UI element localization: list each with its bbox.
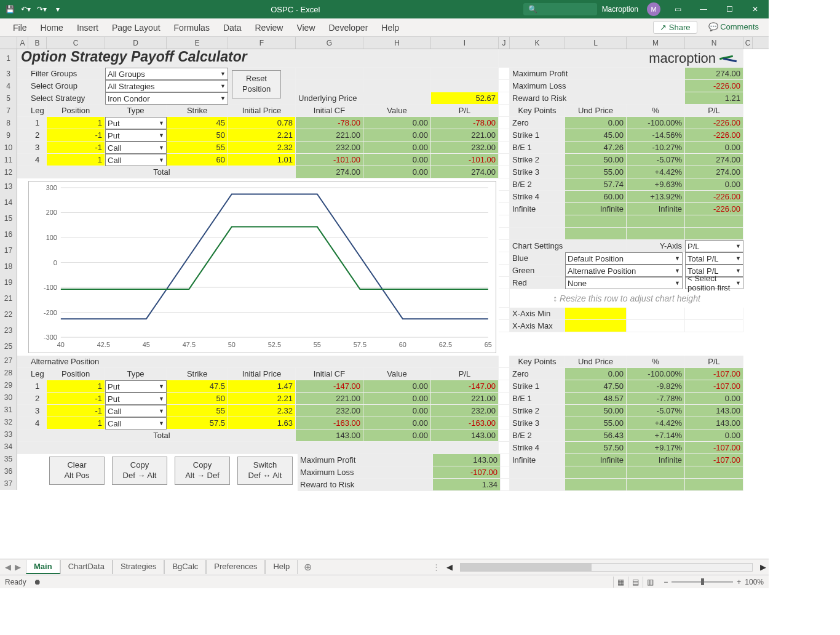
zoom-slider[interactable] bbox=[672, 581, 733, 583]
undo-icon[interactable]: ↶▾ bbox=[21, 4, 31, 14]
ribbon-tab-page-layout[interactable]: Page Layout bbox=[105, 19, 167, 36]
new-sheet-button[interactable]: ⊕ bbox=[298, 561, 318, 573]
leg-strike[interactable]: 50 bbox=[167, 393, 228, 405]
red-y-dd[interactable]: < Select position first▼ bbox=[685, 277, 743, 289]
horizontal-scrollbar[interactable] bbox=[460, 563, 753, 572]
leg-strike[interactable]: 60 bbox=[167, 154, 228, 166]
leg-type-dd[interactable]: Put▼ bbox=[105, 393, 167, 405]
row-12[interactable]: 12 bbox=[0, 166, 17, 178]
leg-type-dd[interactable]: Put▼ bbox=[105, 129, 167, 142]
col-F[interactable]: F bbox=[228, 37, 296, 49]
blue-y-dd[interactable]: Total P/L▼ bbox=[685, 252, 743, 265]
leg-strike[interactable]: 57.5 bbox=[167, 417, 228, 429]
tab-next-icon[interactable]: ▶ bbox=[15, 562, 21, 572]
row-10[interactable]: 10 bbox=[0, 142, 17, 154]
col-H[interactable]: H bbox=[363, 37, 431, 49]
row-1[interactable]: 1 bbox=[0, 49, 17, 68]
row-5[interactable]: 5 bbox=[0, 92, 17, 105]
page-break-view-icon[interactable]: ▥ bbox=[643, 577, 657, 588]
leg-iprice[interactable]: 2.32 bbox=[228, 405, 296, 417]
leg-strike[interactable]: 55 bbox=[167, 405, 228, 417]
leg-strike[interactable]: 47.5 bbox=[167, 380, 228, 393]
col-I[interactable]: I bbox=[431, 37, 499, 49]
zoom-level[interactable]: 100% bbox=[745, 578, 764, 586]
col-N[interactable]: N bbox=[685, 37, 743, 49]
ribbon-display-icon[interactable]: ▭ bbox=[669, 0, 686, 18]
ribbon-tab-home[interactable]: Home bbox=[34, 19, 70, 36]
leg-strike[interactable]: 55 bbox=[167, 142, 228, 154]
scroll-left-icon[interactable]: ◀ bbox=[444, 562, 455, 572]
col-B[interactable]: B bbox=[28, 37, 47, 49]
ribbon-tab-view[interactable]: View bbox=[290, 19, 322, 36]
row-25[interactable]: 25 bbox=[0, 338, 17, 354]
search-box[interactable]: 🔍 bbox=[523, 3, 597, 15]
row-28[interactable]: 28 bbox=[0, 367, 17, 379]
row-27[interactable]: 27 bbox=[0, 354, 17, 367]
close-icon[interactable]: ✕ bbox=[747, 0, 764, 18]
leg-iprice[interactable]: 1.63 bbox=[228, 417, 296, 429]
col-J[interactable]: J bbox=[499, 37, 510, 49]
sheet-tab-main[interactable]: Main bbox=[26, 560, 60, 574]
leg-iprice[interactable]: 2.21 bbox=[228, 129, 296, 142]
blue-series-dd[interactable]: Default Position▼ bbox=[565, 252, 683, 265]
col-C[interactable]: C bbox=[47, 37, 105, 49]
row-37[interactable]: 37 bbox=[0, 477, 17, 490]
action-button-0[interactable]: ClearAlt Pos bbox=[49, 457, 105, 485]
col-D[interactable]: D bbox=[105, 37, 167, 49]
save-icon[interactable]: 💾 bbox=[5, 4, 15, 14]
leg-type-dd[interactable]: Put▼ bbox=[105, 117, 167, 129]
ribbon-tab-data[interactable]: Data bbox=[216, 19, 248, 36]
green-series-dd[interactable]: Alternative Position▼ bbox=[565, 265, 683, 277]
leg-type-dd[interactable]: Call▼ bbox=[105, 142, 167, 154]
leg-position[interactable]: 1 bbox=[47, 117, 105, 129]
filter-dd-1[interactable]: All Strategies▼ bbox=[105, 80, 228, 92]
leg-iprice[interactable]: 2.32 bbox=[228, 142, 296, 154]
action-button-1[interactable]: CopyDef → Alt bbox=[112, 457, 167, 485]
leg-iprice[interactable]: 2.21 bbox=[228, 393, 296, 405]
zoom-in-icon[interactable]: + bbox=[737, 578, 741, 586]
leg-type-dd[interactable]: Call▼ bbox=[105, 405, 167, 417]
row-13[interactable]: 13 bbox=[0, 178, 17, 194]
leg-type-dd[interactable]: Put▼ bbox=[105, 380, 167, 393]
row-17[interactable]: 17 bbox=[0, 242, 17, 258]
ribbon-tab-help[interactable]: Help bbox=[374, 19, 406, 36]
leg-iprice[interactable]: 0.78 bbox=[228, 117, 296, 129]
zoom-out-icon[interactable]: − bbox=[664, 578, 668, 586]
leg-iprice[interactable]: 1.01 bbox=[228, 154, 296, 166]
leg-strike[interactable]: 45 bbox=[167, 117, 228, 129]
sheet-tab-help[interactable]: Help bbox=[265, 560, 298, 574]
sheet-tab-preferences[interactable]: Preferences bbox=[206, 560, 265, 574]
sheet-tab-chartdata[interactable]: ChartData bbox=[60, 560, 113, 574]
ribbon-tab-developer[interactable]: Developer bbox=[322, 19, 375, 36]
leg-position[interactable]: 1 bbox=[47, 417, 105, 429]
sheet-tab-bgcalc[interactable]: BgCalc bbox=[164, 560, 206, 574]
sheet-tab-strategies[interactable]: Strategies bbox=[113, 560, 165, 574]
row-29[interactable]: 29 bbox=[0, 379, 17, 391]
row-32[interactable]: 32 bbox=[0, 416, 17, 428]
filter-dd-0[interactable]: All Groups▼ bbox=[105, 68, 228, 80]
xaxis-max[interactable] bbox=[565, 320, 627, 332]
row-16[interactable]: 16 bbox=[0, 226, 17, 242]
leg-iprice[interactable]: 1.47 bbox=[228, 380, 296, 393]
row-33[interactable]: 33 bbox=[0, 428, 17, 441]
comments-button[interactable]: 💬 Comments bbox=[702, 21, 765, 34]
tab-prev-icon[interactable]: ◀ bbox=[5, 562, 11, 572]
row-30[interactable]: 30 bbox=[0, 391, 17, 404]
leg-strike[interactable]: 50 bbox=[167, 129, 228, 142]
row-34[interactable]: 34 bbox=[0, 441, 17, 453]
row-14[interactable]: 14 bbox=[0, 194, 17, 210]
ribbon-tab-review[interactable]: Review bbox=[248, 19, 290, 36]
leg-type-dd[interactable]: Call▼ bbox=[105, 154, 167, 166]
row-21[interactable]: 21 bbox=[0, 290, 17, 306]
row-18[interactable]: 18 bbox=[0, 258, 17, 274]
ribbon-tab-file[interactable]: File bbox=[6, 19, 34, 36]
row-8[interactable]: 8 bbox=[0, 117, 17, 129]
macro-record-icon[interactable]: ⏺ bbox=[34, 578, 41, 586]
row-15[interactable]: 15 bbox=[0, 210, 17, 226]
ribbon-tab-formulas[interactable]: Formulas bbox=[167, 19, 216, 36]
reset-position-button[interactable]: ResetPosition bbox=[232, 70, 281, 98]
row-35[interactable]: 35 bbox=[0, 453, 17, 465]
row-22[interactable]: 22 bbox=[0, 306, 17, 322]
xaxis-min[interactable] bbox=[565, 308, 627, 320]
col-K[interactable]: K bbox=[510, 37, 565, 49]
